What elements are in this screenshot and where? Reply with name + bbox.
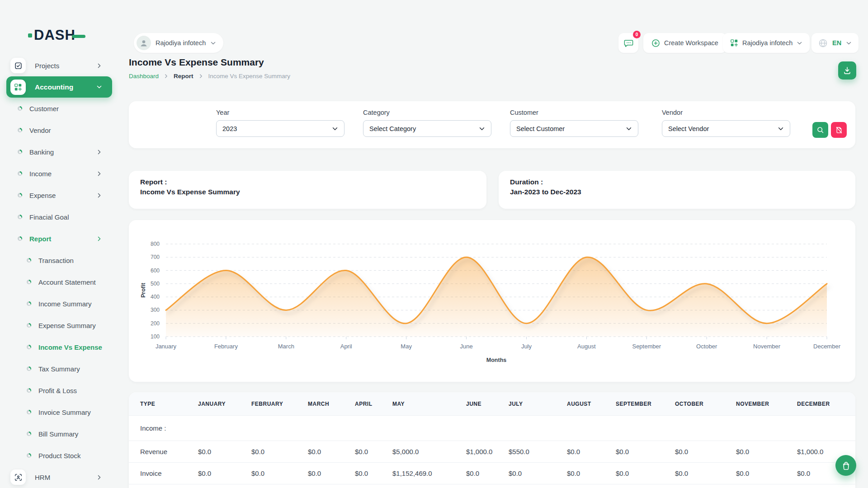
chevron-down-icon <box>797 40 802 46</box>
column-header: TYPE <box>129 392 198 416</box>
sidebar-item-label: HRM <box>35 474 50 481</box>
breadcrumb-report[interactable]: Report <box>174 73 193 80</box>
sidebar-item-label: Income <box>29 170 52 178</box>
sidebar-item-hrm[interactable]: HRM <box>0 466 118 488</box>
messages-badge: 0 <box>633 31 641 38</box>
chevron-right-icon <box>96 63 102 69</box>
sidebar-item-label: Accounting <box>35 83 73 91</box>
bullet-icon <box>27 280 31 284</box>
bullet-icon <box>27 432 31 436</box>
svg-text:October: October <box>696 343 717 350</box>
chevron-right-icon <box>164 74 169 79</box>
table-section-row: Income : <box>129 416 855 441</box>
svg-text:April: April <box>340 343 352 350</box>
sidebar-item-income-vs-expense[interactable]: Income Vs Expense <box>0 336 118 358</box>
year-select[interactable]: 2023 <box>216 120 344 137</box>
category-label: Category <box>363 109 491 116</box>
sidebar-item-invoice-summary[interactable]: Invoice Summary <box>0 401 118 423</box>
sidebar-item-expense-summary[interactable]: Expense Summary <box>0 314 118 336</box>
workspace-selector[interactable]: Rajodiya infotech <box>134 33 223 53</box>
clear-filter-icon <box>835 126 843 134</box>
sidebar-item-label: Profit & Loss <box>38 387 77 394</box>
brand-name: DASH <box>34 27 75 43</box>
bullet-icon <box>18 215 22 219</box>
table-cell <box>466 484 508 488</box>
reset-filter-button[interactable] <box>831 122 847 138</box>
bullet-icon <box>18 128 22 132</box>
sidebar-item-projects[interactable]: Projects <box>0 55 118 76</box>
sidebar-item-income[interactable]: Income <box>0 163 118 184</box>
income-expense-table-card: TYPEJANUARYFEBRUARYMARCHAPRILMAYJUNEJULY… <box>129 392 855 488</box>
svg-text:February: February <box>214 343 238 350</box>
column-header: JULY <box>508 392 566 416</box>
column-header: NOVEMBER <box>736 392 797 416</box>
brand-logo[interactable]: DASH <box>28 27 85 43</box>
sidebar-item-banking[interactable]: Banking <box>0 141 118 163</box>
sidebar-item-accounting[interactable]: Accounting <box>6 76 112 98</box>
vendor-select[interactable]: Select Vendor <box>662 120 790 137</box>
projects-icon <box>10 58 26 73</box>
avatar <box>137 36 151 50</box>
profit-chart-card: 100200300400500600700800JanuaryFebruaryM… <box>129 220 855 382</box>
chevron-down-icon <box>626 126 632 132</box>
table-cell <box>736 416 797 441</box>
sidebar-item-income-summary[interactable]: Income Summary <box>0 293 118 314</box>
category-select[interactable]: Select Category <box>363 120 491 137</box>
table-row: Revenue$0.0$0.0$0.0$0.0$5,000.0$1,000.0$… <box>129 441 855 463</box>
column-header: JUNE <box>466 392 508 416</box>
sidebar-item-expense[interactable]: Expense <box>0 184 118 206</box>
bullet-icon <box>27 366 31 371</box>
filter-panel: Year 2023 Category Select Category Custo… <box>129 101 855 148</box>
chevron-down-icon <box>332 126 338 132</box>
svg-text:May: May <box>401 343 412 350</box>
create-workspace-button[interactable]: Create Workspace <box>643 33 726 53</box>
chevron-down-icon <box>96 84 102 90</box>
table-cell <box>508 416 566 441</box>
sidebar-item-product-stock[interactable]: Product Stock <box>0 445 118 466</box>
table-cell: $550.0 <box>508 441 566 463</box>
svg-text:July: July <box>521 343 532 350</box>
breadcrumb-dashboard[interactable]: Dashboard <box>129 73 159 80</box>
sidebar-item-label: Product Stock <box>38 452 80 460</box>
sidebar-item-transaction[interactable]: Transaction <box>0 249 118 271</box>
bullet-icon <box>27 453 31 458</box>
table-cell: $0.0 <box>354 441 392 463</box>
svg-text:700: 700 <box>151 254 160 260</box>
customer-select[interactable]: Select Customer <box>510 120 638 137</box>
sidebar-item-tax-summary[interactable]: Tax Summary <box>0 358 118 380</box>
table-cell <box>615 484 675 488</box>
sidebar-item-vendor[interactable]: Vendor <box>0 119 118 141</box>
table-cell <box>354 484 392 488</box>
svg-text:March: March <box>278 343 294 350</box>
table-cell <box>566 484 615 488</box>
sidebar-item-bill-summary[interactable]: Bill Summary <box>0 423 118 445</box>
sidebar-item-profit-loss[interactable]: Profit & Loss <box>0 380 118 401</box>
table-cell: $0.0 <box>675 463 736 484</box>
table-cell <box>675 484 736 488</box>
report-summary-card: Report : Income Vs Expense Summary <box>129 171 486 209</box>
table-cell: $0.0 <box>251 441 307 463</box>
apply-filter-button[interactable] <box>812 122 828 138</box>
app-window: DASH ProjectsAccountingCustomerVendorBan… <box>0 0 868 488</box>
table-cell <box>797 416 855 441</box>
column-header: APRIL <box>354 392 392 416</box>
sidebar-item-account-statement[interactable]: Account Statement <box>0 271 118 293</box>
year-value: 2023 <box>222 125 237 132</box>
workspace-name: Rajodiya infotech <box>156 39 206 47</box>
sidebar-item-report[interactable]: Report <box>0 228 118 249</box>
table-cell: $1,152,469.0 <box>392 463 466 484</box>
language-selector[interactable]: EN <box>811 33 859 53</box>
sidebar-item-finacial-goal[interactable]: Finacial Goal <box>0 206 118 228</box>
purchase-fab-button[interactable] <box>835 455 856 476</box>
download-report-button[interactable] <box>838 61 856 80</box>
vendor-filter: Vendor Select Vendor <box>662 109 790 137</box>
company-selector[interactable]: Rajodiya infotech <box>723 33 810 53</box>
table-cell <box>307 484 354 488</box>
svg-text:November: November <box>753 343 781 350</box>
table-cell <box>566 416 615 441</box>
sidebar-item-customer[interactable]: Customer <box>0 98 118 119</box>
messages-button[interactable]: 0 <box>618 33 638 53</box>
table-cell <box>354 416 392 441</box>
table-cell: $0.0 <box>566 463 615 484</box>
table-cell: Revenue <box>129 441 198 463</box>
